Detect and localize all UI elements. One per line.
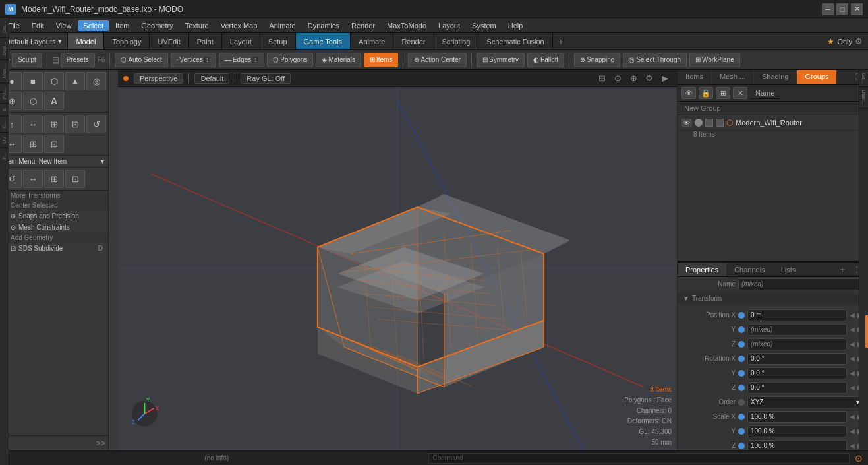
props-add-btn[interactable]: + xyxy=(834,263,850,276)
tab-items[interactable]: Items xyxy=(678,70,712,84)
menu-render[interactable]: Render xyxy=(346,20,380,31)
rotZ-value[interactable]: 0.0 ° xyxy=(747,382,847,394)
rotX-left[interactable]: ◀ xyxy=(850,355,855,362)
viewport-grid-icon[interactable]: ⊞ xyxy=(595,72,608,85)
tool-items[interactable]: ⊞ Items xyxy=(364,53,398,67)
close-button[interactable]: ✕ xyxy=(851,3,863,15)
tab-topology[interactable]: Topology xyxy=(104,33,150,49)
tool-cube[interactable]: ■ xyxy=(23,72,43,90)
tab-add[interactable]: + xyxy=(553,34,569,49)
tool-symmetry[interactable]: ⊟ Symmetry xyxy=(477,53,525,67)
tool-grid[interactable]: ⊞ xyxy=(44,115,64,133)
tool-ring[interactable]: ⬡ xyxy=(23,92,43,110)
tool-autoselect[interactable]: ⬡ Auto Select xyxy=(115,53,167,67)
new-group[interactable]: New Group xyxy=(678,102,868,115)
tool-cone[interactable]: ▲ xyxy=(65,72,85,90)
scaleX-value[interactable]: 100.0 % xyxy=(747,411,847,423)
scaleY-value[interactable]: 100.0 % xyxy=(747,425,847,437)
tool-selectthrough[interactable]: ◎ Select Through xyxy=(623,53,687,67)
order-select[interactable]: XYZ ▾ xyxy=(747,396,863,408)
viewport-center-icon[interactable]: ⊙ xyxy=(611,72,624,85)
tool-text[interactable]: A xyxy=(44,92,64,110)
tab-animate[interactable]: Animate xyxy=(351,33,393,49)
more-transforms-section[interactable]: ▶ More Transforms xyxy=(0,191,108,201)
item-menu[interactable]: Item Menu: New Item ▾ xyxy=(0,156,108,168)
scaleZ-left[interactable]: ◀ xyxy=(850,442,855,449)
viewport-3d-area[interactable]: Perspective Default Ray GL: Off ⊞ ⊙ ⊕ ⚙ … xyxy=(118,70,677,450)
tool-subdiv[interactable]: ⊡ xyxy=(65,115,85,133)
star-icon[interactable]: ★ xyxy=(827,37,834,46)
menu-layout[interactable]: Layout xyxy=(433,20,465,31)
mesh-constraints-item[interactable]: ⊙ Mesh Constraints xyxy=(0,222,108,233)
maximize-button[interactable]: □ xyxy=(836,3,848,15)
viewport-canvas[interactable]: X Y Z 8 Items Polygons : Face Channels: … xyxy=(118,87,677,450)
minimize-button[interactable]: ─ xyxy=(822,3,834,15)
tool-falloff[interactable]: ◐ Falloff xyxy=(527,53,564,67)
settings-icon[interactable]: ⚙ xyxy=(855,36,863,46)
rp-label-user[interactable]: User... xyxy=(859,87,868,108)
menu-dynamics[interactable]: Dynamics xyxy=(303,20,345,31)
menu-item[interactable]: Item xyxy=(110,20,134,31)
menu-texture[interactable]: Texture xyxy=(180,20,214,31)
tool-arc[interactable]: ◎ xyxy=(86,72,106,90)
status-icon[interactable]: ⊙ xyxy=(855,453,863,464)
tool-polygons[interactable]: ⬡ Polygons xyxy=(267,53,313,67)
tab-paint[interactable]: Paint xyxy=(189,33,222,49)
tab-channels[interactable]: Channels xyxy=(726,263,772,276)
name-value[interactable]: (mixed) xyxy=(738,278,863,290)
groups-add-btn[interactable]: ⊞ xyxy=(716,87,730,99)
presets-button[interactable]: Presets xyxy=(61,53,95,67)
tool-snapping[interactable]: ⊕ Snapping xyxy=(574,53,620,67)
menu-vertexmap[interactable]: Vertex Map xyxy=(216,20,263,31)
tool-t4[interactable]: ⊡ xyxy=(65,170,85,188)
scaleX-left[interactable]: ◀ xyxy=(850,413,855,420)
transform-header[interactable]: ▼ Transform xyxy=(678,293,868,304)
groups-eye-btn[interactable]: 👁 xyxy=(681,87,696,99)
posZ-left[interactable]: ◀ xyxy=(850,340,855,348)
vs-label-4[interactable]: Pol... xyxy=(0,82,9,103)
tool-workplane[interactable]: ⊞ WorkPlane xyxy=(689,53,740,67)
rotY-left[interactable]: ◀ xyxy=(850,369,855,377)
vs-label-5[interactable]: E xyxy=(0,103,9,115)
vs-label-3[interactable]: Mes... xyxy=(0,59,9,82)
snaps-item[interactable]: ⊕ Snaps and Precision xyxy=(0,210,108,222)
posX-left[interactable]: ◀ xyxy=(850,311,855,319)
tab-properties[interactable]: Properties xyxy=(678,263,726,276)
viewport-perspective[interactable]: Perspective xyxy=(134,73,183,84)
posX-value[interactable]: 0 m xyxy=(747,309,847,321)
menu-view[interactable]: View xyxy=(51,20,77,31)
tool-t3[interactable]: ⊞ xyxy=(44,170,64,188)
rotY-value[interactable]: 0.0 ° xyxy=(747,367,847,379)
tool-actioncenter[interactable]: ⊕ Action Center xyxy=(408,53,467,67)
menu-animate[interactable]: Animate xyxy=(264,20,301,31)
vs-label-1[interactable]: De... xyxy=(0,17,9,37)
tab-schematic[interactable]: Schematic Fusion xyxy=(478,33,552,49)
tab-scripting[interactable]: Scripting xyxy=(434,33,479,49)
tab-uvedit[interactable]: UVEdit xyxy=(150,33,188,49)
eye-icon[interactable]: 👁 xyxy=(681,119,692,127)
groups-del-btn[interactable]: ✕ xyxy=(733,87,747,99)
vs-label-f[interactable]: F... xyxy=(0,148,9,164)
group-router[interactable]: 👁 ⬡ Modern_Wifi_Router # xyxy=(678,115,868,131)
menu-system[interactable]: System xyxy=(467,20,502,31)
rotX-value[interactable]: 0.0 ° xyxy=(747,353,847,365)
tool-edges[interactable]: — Edges 1 xyxy=(219,53,264,67)
menu-geometry[interactable]: Geometry xyxy=(136,20,178,31)
tab-render[interactable]: Render xyxy=(393,33,434,49)
groups-lock-btn[interactable]: 🔒 xyxy=(699,87,713,99)
tool-t2[interactable]: ↔ xyxy=(23,170,43,188)
tab-mesh[interactable]: Mesh ... xyxy=(712,70,754,84)
posY-value[interactable]: (mixed) xyxy=(747,324,847,336)
viewport-settings-icon[interactable]: ⚙ xyxy=(643,72,656,85)
vs-label-7[interactable]: UV xyxy=(0,132,9,148)
tool-array[interactable]: ⊞ xyxy=(23,135,43,153)
sculpt-button[interactable]: Sculpt xyxy=(12,53,42,67)
command-input[interactable]: Command xyxy=(428,453,850,464)
sds-subdivide-item[interactable]: ⊡ SDS Subdivide D xyxy=(0,243,108,254)
vs-label-6[interactable]: C... xyxy=(0,115,9,132)
scaleY-left[interactable]: ◀ xyxy=(850,427,855,435)
menu-edit[interactable]: Edit xyxy=(26,20,49,31)
rotZ-left[interactable]: ◀ xyxy=(850,384,855,391)
layout-selector[interactable]: Default Layouts ▾ xyxy=(0,33,68,49)
scaleZ-value[interactable]: 100.0 % xyxy=(747,440,847,451)
